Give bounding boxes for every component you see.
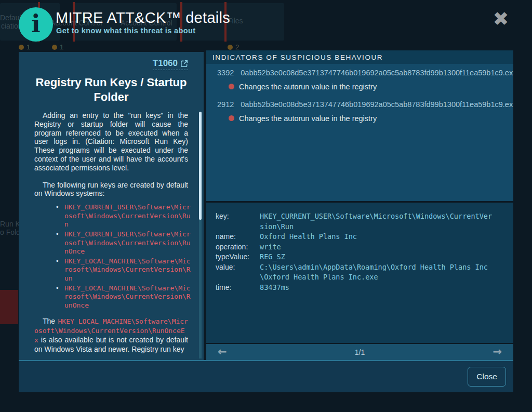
event-details-panel: key: HKEY_CURRENT_USER\Software\Microsof… [206,203,513,343]
field-value: Oxford Health Plans Inc [260,232,495,242]
background-count-badge: 1 [52,43,63,51]
field-value: REG_SZ [260,252,495,262]
field-label: name: [216,232,260,242]
orange-dot-icon [52,45,57,50]
technique-description: The following run keys are created by de… [34,181,188,198]
field-value: HKEY_CURRENT_USER\Software\Microsoft\Win… [260,211,495,232]
pagination-bar: ← 1/1 → [206,344,513,360]
technique-id-link[interactable]: T1060 [153,58,188,70]
technique-description: The HKEY_LOCAL_MACHINE\Software\Microsof… [34,317,188,353]
field-value: C:\Users\admin\AppData\Roaming\Oxford He… [260,262,495,283]
process-pid: 2912 [217,100,234,109]
orange-dot-icon [19,45,24,50]
technique-panel: T1060 Registry Run Keys / Startup Folder… [19,52,204,360]
process-row: 2912 0abb52b3e0c08d5e3713747746b019692a0… [206,97,513,111]
run-key-item: HKEY_LOCAL_MACHINE\Software\Microsoft\Wi… [57,257,191,283]
dialog-footer: Close [19,361,513,392]
scrollbar-thumb[interactable] [199,112,202,220]
detail-field-row: value: C:\Users\admin\AppData\Roaming\Ox… [216,262,513,283]
orange-dot-icon [228,45,233,50]
detail-field-row: operation: write [216,242,513,252]
close-icon[interactable]: ✖ [489,6,513,32]
technique-link-row: T1060 [34,58,188,70]
detail-field-row: key: HKEY_CURRENT_USER\Software\Microsof… [216,211,513,232]
next-page-arrow-icon[interactable]: → [493,347,502,357]
scrollbar-track [199,220,202,358]
close-button[interactable]: Close [468,367,506,387]
red-dot-icon [229,84,234,89]
detail-field-row: time: 83437ms [216,283,513,293]
dialog-title: MITRE ATT&CK™ details [56,9,230,26]
info-icon: i [19,7,53,42]
external-link-icon [180,60,188,68]
run-key-item: HKEY_LOCAL_MACHINE\Software\Microsoft\Wi… [57,284,191,310]
field-value: write [260,242,495,252]
background-count-badge: 1 [19,43,30,51]
field-label: key: [216,211,260,222]
field-label: value: [216,262,260,273]
prev-page-arrow-icon[interactable]: ← [218,347,227,357]
indicator-row: Changes the autorun value in the registr… [206,79,513,94]
technique-id-label: T1060 [153,58,178,69]
indicator-label: Changes the autorun value in the registr… [239,114,377,123]
field-label: typeValue: [216,252,260,262]
mitre-attack-details-dialog: Default F ciation Account Control Accoun… [0,0,532,412]
technique-description: Adding an entry to the "run keys" in the… [34,111,188,172]
field-value: 83437ms [260,283,495,293]
indicator-row: Changes the autorun value in the registr… [206,111,513,125]
run-key-item: HKEY_CURRENT_USER\Software\Microsoft\Win… [57,230,191,256]
field-label: time: [216,283,260,293]
run-keys-list: HKEY_CURRENT_USER\Software\Microsoft\Win… [57,203,191,310]
technique-name: Registry Run Keys / Startup Folder [34,75,188,104]
dialog-subtitle: Get to know what this threat is about [56,26,196,35]
indicators-panel: INDICATORS OF SUSPICIOUS BEHAVIOUR 3392 … [206,50,513,201]
process-name: 0abb52b3e0c08d5e3713747746b019692a05c5ab… [241,100,513,109]
indicators-panel-title: INDICATORS OF SUSPICIOUS BEHAVIOUR [206,50,513,64]
process-pid: 3392 [217,69,234,77]
process-row: 3392 0abb52b3e0c08d5e3713747746b019692a0… [206,65,513,79]
process-name: 0abb52b3e0c08d5e3713747746b019692a05c5ab… [241,69,513,77]
background-threat-box [0,290,18,324]
field-label: operation: [216,242,260,252]
detail-field-row: name: Oxford Health Plans Inc [216,232,513,242]
page-indicator: 1/1 [355,348,365,356]
indicator-label: Changes the autorun value in the registr… [239,83,377,91]
background-count-badge: 2 [228,43,239,51]
red-dot-icon [229,115,234,121]
detail-field-row: typeValue: REG_SZ [216,252,513,262]
run-key-item: HKEY_CURRENT_USER\Software\Microsoft\Win… [57,203,191,229]
